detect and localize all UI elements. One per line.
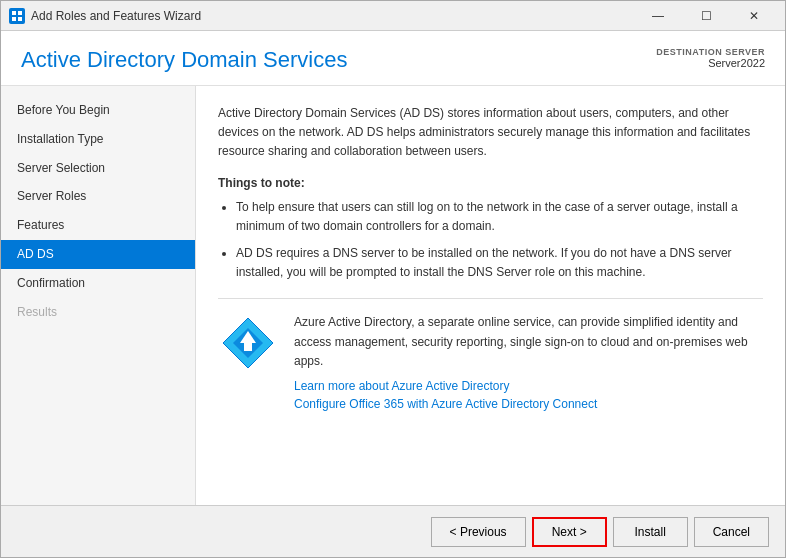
azure-content: Azure Active Directory, a separate onlin… bbox=[294, 313, 763, 415]
close-button[interactable]: ✕ bbox=[731, 1, 777, 31]
footer: < Previous Next > Install Cancel bbox=[1, 505, 785, 557]
page-title: Active Directory Domain Services bbox=[21, 47, 347, 73]
azure-description: Azure Active Directory, a separate onlin… bbox=[294, 313, 763, 371]
sidebar-item-server-selection[interactable]: Server Selection bbox=[1, 154, 195, 183]
title-bar: Add Roles and Features Wizard — ☐ ✕ bbox=[1, 1, 785, 31]
sidebar-item-features[interactable]: Features bbox=[1, 211, 195, 240]
destination-value: Server2022 bbox=[656, 57, 765, 69]
things-to-note-label: Things to note: bbox=[218, 176, 763, 190]
sidebar-item-before-you-begin[interactable]: Before You Begin bbox=[1, 96, 195, 125]
main-description: Active Directory Domain Services (AD DS)… bbox=[218, 104, 763, 162]
svg-rect-3 bbox=[18, 17, 22, 21]
azure-link-1[interactable]: Learn more about Azure Active Directory bbox=[294, 379, 763, 393]
next-button[interactable]: Next > bbox=[532, 517, 607, 547]
svg-rect-0 bbox=[12, 11, 16, 15]
list-item: AD DS requires a DNS server to be instal… bbox=[236, 244, 763, 282]
azure-section: Azure Active Directory, a separate onlin… bbox=[218, 313, 763, 415]
azure-logo-icon bbox=[218, 313, 278, 373]
window-title: Add Roles and Features Wizard bbox=[31, 9, 635, 23]
main-content: Active Directory Domain Services (AD DS)… bbox=[196, 86, 785, 505]
wizard-window: Add Roles and Features Wizard — ☐ ✕ Acti… bbox=[0, 0, 786, 558]
maximize-button[interactable]: ☐ bbox=[683, 1, 729, 31]
cancel-button[interactable]: Cancel bbox=[694, 517, 769, 547]
install-button[interactable]: Install bbox=[613, 517, 688, 547]
content-area: Before You Begin Installation Type Serve… bbox=[1, 86, 785, 505]
list-item: To help ensure that users can still log … bbox=[236, 198, 763, 236]
page-header: Active Directory Domain Services DESTINA… bbox=[1, 31, 785, 86]
minimize-button[interactable]: — bbox=[635, 1, 681, 31]
sidebar: Before You Begin Installation Type Serve… bbox=[1, 86, 196, 505]
svg-rect-2 bbox=[12, 17, 16, 21]
bullet-list: To help ensure that users can still log … bbox=[236, 198, 763, 283]
sidebar-item-installation-type[interactable]: Installation Type bbox=[1, 125, 195, 154]
previous-button[interactable]: < Previous bbox=[431, 517, 526, 547]
azure-link-2[interactable]: Configure Office 365 with Azure Active D… bbox=[294, 397, 763, 411]
destination-label: DESTINATION SERVER bbox=[656, 47, 765, 57]
destination-server-info: DESTINATION SERVER Server2022 bbox=[656, 47, 765, 69]
svg-rect-8 bbox=[244, 343, 252, 351]
sidebar-item-server-roles[interactable]: Server Roles bbox=[1, 182, 195, 211]
window-controls: — ☐ ✕ bbox=[635, 1, 777, 31]
sidebar-item-confirmation[interactable]: Confirmation bbox=[1, 269, 195, 298]
app-icon bbox=[9, 8, 25, 24]
section-divider bbox=[218, 298, 763, 299]
sidebar-item-ad-ds[interactable]: AD DS bbox=[1, 240, 195, 269]
svg-rect-1 bbox=[18, 11, 22, 15]
sidebar-item-results: Results bbox=[1, 298, 195, 327]
